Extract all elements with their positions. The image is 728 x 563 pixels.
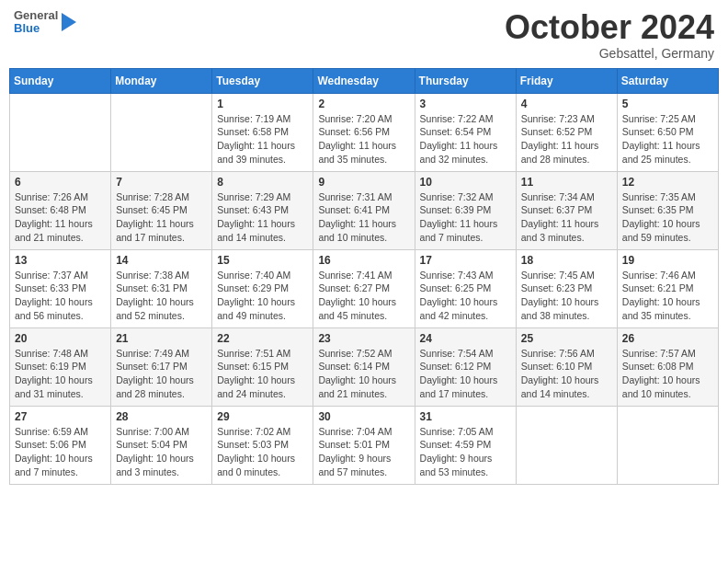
- day-number: 11: [521, 176, 612, 189]
- calendar-week-1: 1Sunrise: 7:19 AM Sunset: 6:58 PM Daylig…: [10, 93, 719, 171]
- weekday-row: SundayMondayTuesdayWednesdayThursdayFrid…: [10, 68, 719, 93]
- day-info: Sunrise: 7:23 AM Sunset: 6:52 PM Dayligh…: [521, 112, 612, 167]
- day-number: 13: [15, 254, 106, 267]
- day-number: 22: [217, 332, 308, 345]
- day-number: 18: [521, 254, 612, 267]
- day-number: 5: [622, 98, 713, 110]
- day-number: 23: [318, 332, 409, 345]
- day-number: 10: [420, 176, 511, 189]
- day-info: Sunrise: 7:34 AM Sunset: 6:37 PM Dayligh…: [521, 190, 612, 245]
- calendar-cell: 22Sunrise: 7:51 AM Sunset: 6:15 PM Dayli…: [212, 327, 313, 406]
- day-info: Sunrise: 7:52 AM Sunset: 6:14 PM Dayligh…: [318, 347, 409, 401]
- day-number: 2: [318, 98, 409, 110]
- day-number: 31: [420, 410, 511, 423]
- day-info: Sunrise: 7:35 AM Sunset: 6:35 PM Dayligh…: [622, 190, 713, 245]
- day-info: Sunrise: 6:59 AM Sunset: 5:06 PM Dayligh…: [15, 425, 106, 479]
- calendar-header: SundayMondayTuesdayWednesdayThursdayFrid…: [10, 68, 719, 93]
- day-info: Sunrise: 7:37 AM Sunset: 6:33 PM Dayligh…: [15, 269, 106, 323]
- weekday-header-friday: Friday: [516, 68, 617, 93]
- calendar-cell: 9Sunrise: 7:31 AM Sunset: 6:41 PM Daylig…: [313, 171, 415, 249]
- day-info: Sunrise: 7:46 AM Sunset: 6:21 PM Dayligh…: [622, 269, 713, 323]
- weekday-header-sunday: Sunday: [10, 68, 111, 93]
- calendar-cell: 27Sunrise: 6:59 AM Sunset: 5:06 PM Dayli…: [10, 406, 111, 484]
- calendar-week-3: 13Sunrise: 7:37 AM Sunset: 6:33 PM Dayli…: [10, 249, 719, 327]
- day-number: 9: [318, 176, 409, 189]
- weekday-header-tuesday: Tuesday: [212, 68, 313, 93]
- calendar-cell: 12Sunrise: 7:35 AM Sunset: 6:35 PM Dayli…: [617, 171, 718, 249]
- calendar-cell: 21Sunrise: 7:49 AM Sunset: 6:17 PM Dayli…: [111, 327, 212, 406]
- calendar-cell: 13Sunrise: 7:37 AM Sunset: 6:33 PM Dayli…: [10, 249, 111, 327]
- logo-icon: [60, 11, 78, 33]
- calendar-cell: 4Sunrise: 7:23 AM Sunset: 6:52 PM Daylig…: [516, 93, 617, 171]
- day-info: Sunrise: 7:57 AM Sunset: 6:08 PM Dayligh…: [622, 347, 713, 401]
- day-number: 19: [622, 254, 713, 267]
- day-number: 16: [318, 254, 409, 267]
- day-number: 15: [217, 254, 308, 267]
- day-info: Sunrise: 7:43 AM Sunset: 6:25 PM Dayligh…: [420, 269, 511, 323]
- calendar-cell: 1Sunrise: 7:19 AM Sunset: 6:58 PM Daylig…: [212, 93, 313, 171]
- calendar-cell: 5Sunrise: 7:25 AM Sunset: 6:50 PM Daylig…: [617, 93, 718, 171]
- day-number: 8: [217, 176, 308, 189]
- day-info: Sunrise: 7:31 AM Sunset: 6:41 PM Dayligh…: [318, 190, 409, 245]
- day-number: 20: [15, 332, 106, 345]
- day-info: Sunrise: 7:56 AM Sunset: 6:10 PM Dayligh…: [521, 347, 612, 401]
- calendar-week-5: 27Sunrise: 6:59 AM Sunset: 5:06 PM Dayli…: [10, 406, 719, 484]
- day-info: Sunrise: 7:20 AM Sunset: 6:56 PM Dayligh…: [318, 112, 409, 167]
- calendar-cell: 19Sunrise: 7:46 AM Sunset: 6:21 PM Dayli…: [617, 249, 718, 327]
- day-info: Sunrise: 7:26 AM Sunset: 6:48 PM Dayligh…: [15, 190, 106, 245]
- calendar-cell: 14Sunrise: 7:38 AM Sunset: 6:31 PM Dayli…: [111, 249, 212, 327]
- location: Gebsattel, Germany: [505, 46, 714, 61]
- day-info: Sunrise: 7:32 AM Sunset: 6:39 PM Dayligh…: [420, 190, 511, 245]
- calendar-body: 1Sunrise: 7:19 AM Sunset: 6:58 PM Daylig…: [10, 93, 719, 484]
- calendar-cell: [10, 93, 111, 171]
- logo: General Blue: [14, 9, 78, 36]
- calendar-cell: 30Sunrise: 7:04 AM Sunset: 5:01 PM Dayli…: [313, 406, 415, 484]
- day-info: Sunrise: 7:05 AM Sunset: 4:59 PM Dayligh…: [420, 425, 511, 479]
- month-title: October 2024: [505, 9, 714, 46]
- calendar-cell: 2Sunrise: 7:20 AM Sunset: 6:56 PM Daylig…: [313, 93, 415, 171]
- calendar-cell: 6Sunrise: 7:26 AM Sunset: 6:48 PM Daylig…: [10, 171, 111, 249]
- calendar-cell: 11Sunrise: 7:34 AM Sunset: 6:37 PM Dayli…: [516, 171, 617, 249]
- weekday-header-monday: Monday: [111, 68, 212, 93]
- calendar-week-2: 6Sunrise: 7:26 AM Sunset: 6:48 PM Daylig…: [10, 171, 719, 249]
- day-number: 29: [217, 410, 308, 423]
- day-info: Sunrise: 7:22 AM Sunset: 6:54 PM Dayligh…: [420, 112, 511, 167]
- calendar-cell: 23Sunrise: 7:52 AM Sunset: 6:14 PM Dayli…: [313, 327, 415, 406]
- calendar-table: SundayMondayTuesdayWednesdayThursdayFrid…: [9, 68, 719, 485]
- day-number: 17: [420, 254, 511, 267]
- calendar-cell: [617, 406, 718, 484]
- day-info: Sunrise: 7:51 AM Sunset: 6:15 PM Dayligh…: [217, 347, 308, 401]
- calendar-cell: 3Sunrise: 7:22 AM Sunset: 6:54 PM Daylig…: [415, 93, 516, 171]
- weekday-header-wednesday: Wednesday: [313, 68, 415, 93]
- calendar-cell: 8Sunrise: 7:29 AM Sunset: 6:43 PM Daylig…: [212, 171, 313, 249]
- day-info: Sunrise: 7:00 AM Sunset: 5:04 PM Dayligh…: [116, 425, 207, 479]
- calendar-cell: 20Sunrise: 7:48 AM Sunset: 6:19 PM Dayli…: [10, 327, 111, 406]
- day-number: 28: [116, 410, 207, 423]
- calendar-cell: 31Sunrise: 7:05 AM Sunset: 4:59 PM Dayli…: [415, 406, 516, 484]
- logo-text: General Blue: [14, 9, 58, 36]
- day-info: Sunrise: 7:41 AM Sunset: 6:27 PM Dayligh…: [318, 269, 409, 323]
- day-info: Sunrise: 7:29 AM Sunset: 6:43 PM Dayligh…: [217, 190, 308, 245]
- calendar-cell: 29Sunrise: 7:02 AM Sunset: 5:03 PM Dayli…: [212, 406, 313, 484]
- calendar-cell: 17Sunrise: 7:43 AM Sunset: 6:25 PM Dayli…: [415, 249, 516, 327]
- day-number: 25: [521, 332, 612, 345]
- day-number: 7: [116, 176, 207, 189]
- calendar-cell: [111, 93, 212, 171]
- weekday-header-saturday: Saturday: [617, 68, 718, 93]
- svg-marker-0: [62, 13, 76, 31]
- day-info: Sunrise: 7:19 AM Sunset: 6:58 PM Dayligh…: [217, 112, 308, 167]
- day-number: 14: [116, 254, 207, 267]
- calendar-cell: 16Sunrise: 7:41 AM Sunset: 6:27 PM Dayli…: [313, 249, 415, 327]
- day-number: 21: [116, 332, 207, 345]
- day-number: 1: [217, 98, 308, 110]
- day-number: 26: [622, 332, 713, 345]
- calendar-cell: 28Sunrise: 7:00 AM Sunset: 5:04 PM Dayli…: [111, 406, 212, 484]
- calendar-cell: 24Sunrise: 7:54 AM Sunset: 6:12 PM Dayli…: [415, 327, 516, 406]
- calendar-cell: [516, 406, 617, 484]
- day-info: Sunrise: 7:38 AM Sunset: 6:31 PM Dayligh…: [116, 269, 207, 323]
- calendar-cell: 25Sunrise: 7:56 AM Sunset: 6:10 PM Dayli…: [516, 327, 617, 406]
- day-number: 6: [15, 176, 106, 189]
- day-number: 27: [15, 410, 106, 423]
- day-number: 12: [622, 176, 713, 189]
- page-header: General Blue October 2024 Gebsattel, Ger…: [9, 9, 719, 61]
